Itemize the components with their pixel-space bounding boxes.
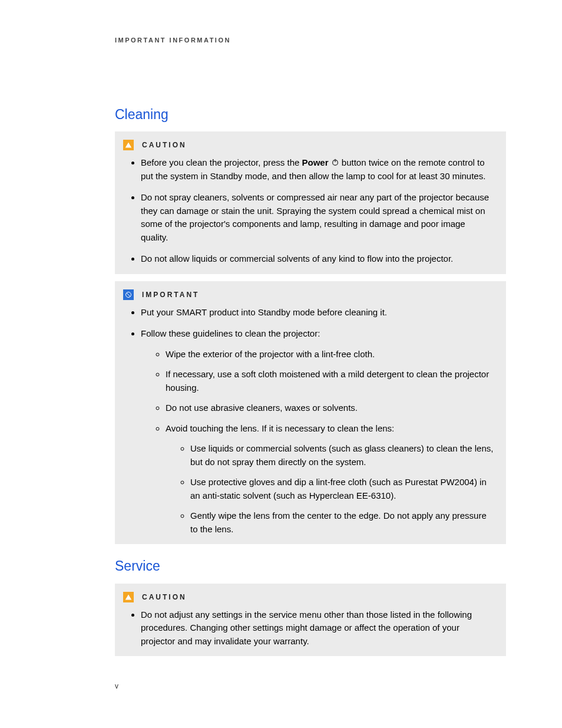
sub-item: Avoid touching the lens. If it is necess… — [166, 422, 494, 536]
important-icon — [123, 289, 134, 300]
item-text: Follow these guidelines to clean the pro… — [141, 328, 320, 338]
caution-item: Before you clean the projector, press th… — [141, 156, 494, 183]
sub-sub-item: Gently wipe the lens from the center to … — [190, 509, 494, 536]
sub-item: Wipe the exterior of the projector with … — [166, 348, 494, 361]
important-item: Follow these guidelines to clean the pro… — [141, 327, 494, 536]
caution-label: CAUTION — [142, 592, 187, 602]
caution-callout-service: CAUTION Do not adjust any settings in th… — [115, 584, 506, 657]
caution-item: Do not adjust any settings in the servic… — [141, 608, 494, 648]
callout-header: CAUTION — [123, 140, 494, 150]
sub-item: Do not use abrasive cleaners, waxes or s… — [166, 401, 494, 415]
caution-item: Do not allow liquids or commercial solve… — [141, 252, 494, 266]
caution-label: CAUTION — [142, 140, 187, 150]
item-text: Avoid touching the lens. If it is necess… — [166, 423, 394, 433]
important-item: Put your SMART product into Standby mode… — [141, 306, 494, 319]
svg-marker-0 — [125, 143, 132, 148]
running-header: IMPORTANT INFORMATION — [115, 35, 506, 45]
caution-list: Do not adjust any settings in the servic… — [123, 608, 494, 648]
callout-header: CAUTION — [123, 592, 494, 602]
sub-sub-list: Use liquids or commercial solvents (such… — [166, 442, 494, 536]
caution-icon — [123, 140, 134, 150]
caution-callout-cleaning: CAUTION Before you clean the projector, … — [115, 131, 506, 274]
section-title-cleaning: Cleaning — [115, 104, 506, 125]
svg-marker-5 — [125, 594, 132, 599]
caution-icon — [123, 592, 134, 602]
sub-list: Wipe the exterior of the projector with … — [141, 348, 494, 536]
sub-item: If necessary, use a soft cloth moistened… — [166, 368, 494, 394]
caution-item: Do not spray cleaners, solvents or compr… — [141, 191, 494, 244]
important-label: IMPORTANT — [142, 289, 199, 300]
page-number: v — [115, 681, 118, 691]
power-word: Power — [302, 157, 329, 167]
svg-line-4 — [127, 293, 130, 297]
section-title-service: Service — [115, 556, 506, 577]
sub-sub-item: Use protective gloves and dip a lint-fre… — [190, 476, 494, 502]
text-pre: Before you clean the projector, press th… — [141, 157, 302, 167]
important-callout-cleaning: IMPORTANT Put your SMART product into St… — [115, 281, 506, 545]
sub-sub-item: Use liquids or commercial solvents (such… — [190, 442, 494, 469]
important-list: Put your SMART product into Standby mode… — [123, 306, 494, 536]
power-icon — [331, 157, 339, 165]
callout-header: IMPORTANT — [123, 289, 494, 300]
caution-list: Before you clean the projector, press th… — [123, 156, 494, 266]
